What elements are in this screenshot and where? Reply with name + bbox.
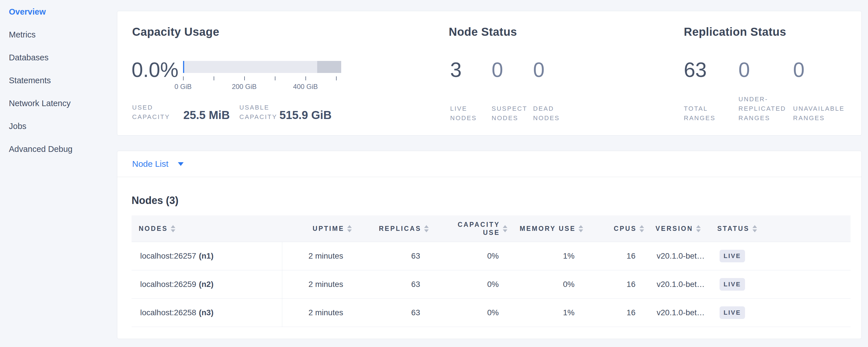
sidebar-item-network-latency[interactable]: Network Latency (0, 92, 109, 115)
node-address: localhost:26259 (140, 280, 196, 289)
label-line: CAPACITY (132, 112, 183, 122)
capacity-gauge: 0 GiB 200 GiB 400 GiB (183, 61, 341, 91)
sidebar-item-metrics[interactable]: Metrics (0, 23, 109, 46)
unavailable-ranges-label: UNAVAILABLE RANGES (793, 104, 848, 123)
uptime-cell: 2 minutes (282, 298, 353, 327)
capacity-gauge-used-segment (183, 61, 184, 73)
capacity-gauge-track (183, 61, 341, 73)
capacity-gauge-other-segment (317, 61, 341, 73)
label-line: NODES (450, 113, 492, 123)
label-line: UNAVAILABLE (793, 104, 848, 113)
column-header-label: UPTIME (313, 225, 344, 232)
replicas-cell: 63 (353, 270, 430, 298)
status-cell: LIVE (710, 242, 850, 270)
live-nodes-label: LIVE NODES (450, 104, 492, 123)
column-header-label: CAPACITY USE (457, 221, 500, 236)
node-list-dropdown[interactable]: Node List (117, 151, 861, 177)
cpus-cell: 16 (584, 298, 645, 327)
dead-nodes-stat: 0 DEAD NODES (533, 59, 575, 123)
axis-tick (336, 76, 337, 81)
node-id: (n2) (199, 280, 213, 289)
status-badge: LIVE (719, 250, 745, 262)
sidebar-item-jobs[interactable]: Jobs (0, 115, 109, 137)
node-address-cell[interactable]: localhost:26259 (n2) (131, 270, 282, 298)
column-header-cpus[interactable]: CPUS (584, 215, 645, 242)
axis-tick (244, 76, 245, 81)
column-header-label: REPLICAS (379, 225, 421, 232)
sidebar-item-databases[interactable]: Databases (0, 46, 109, 69)
memory-use-cell: 1% (508, 298, 584, 327)
sort-icon (347, 225, 352, 232)
sort-icon (424, 225, 429, 232)
under-replicated-ranges-value: 0 (739, 59, 793, 81)
sort-icon (752, 225, 757, 232)
label-line: USABLE (239, 103, 279, 112)
live-nodes-stat: 3 LIVE NODES (450, 59, 492, 123)
capacity-usage-title: Capacity Usage (132, 26, 219, 38)
column-header-nodes[interactable]: NODES (131, 215, 282, 242)
capacity-use-cell: 0% (430, 270, 508, 298)
replication-status-title: Replication Status (684, 26, 786, 38)
column-header-replicas[interactable]: REPLICAS (353, 215, 430, 242)
suspect-nodes-label: SUSPECT NODES (492, 104, 533, 123)
sidebar: Overview Metrics Databases Statements Ne… (0, 0, 109, 160)
status-badge: LIVE (719, 278, 745, 291)
sort-icon (696, 225, 701, 232)
label-line: NODES (533, 113, 575, 123)
replicas-cell: 63 (353, 298, 430, 327)
node-list-card: Node List Nodes (3) NODES UPTIME REPLICA… (117, 151, 862, 339)
column-header-status[interactable]: STATUS (710, 215, 850, 242)
node-address-cell[interactable]: localhost:26257 (n1) (131, 242, 282, 270)
column-header-memory-use[interactable]: MEMORY USE (508, 215, 584, 242)
uptime-cell: 2 minutes (282, 270, 353, 298)
under-replicated-ranges-label: UNDER- REPLICATED RANGES (739, 94, 793, 123)
cpus-cell: 16 (584, 270, 645, 298)
axis-label: 200 GiB (232, 83, 257, 91)
axis-tick (275, 76, 275, 81)
dead-nodes-value: 0 (533, 59, 575, 81)
node-address: localhost:26258 (140, 308, 196, 317)
unavailable-ranges-value: 0 (793, 59, 848, 81)
sort-icon (579, 225, 583, 232)
label-line: TOTAL (684, 104, 739, 113)
suspect-nodes-value: 0 (492, 59, 533, 81)
axis-label: 400 GiB (293, 83, 318, 91)
version-cell: v20.1.0-bet… (645, 298, 710, 327)
sidebar-item-overview[interactable]: Overview (0, 0, 109, 23)
replication-status-stats: 63 TOTAL RANGES 0 UNDER- REPLICATED RANG… (684, 59, 848, 123)
capacity-used-percent: 0.0% (131, 59, 179, 81)
column-header-uptime[interactable]: UPTIME (282, 215, 353, 242)
memory-use-cell: 0% (508, 270, 584, 298)
label-line: SUSPECT (492, 104, 533, 113)
label-line: RANGES (739, 113, 793, 123)
version-cell: v20.1.0-bet… (645, 242, 710, 270)
label-line: DEAD (533, 104, 575, 113)
total-ranges-label: TOTAL RANGES (684, 104, 739, 123)
label-line: LIVE (450, 104, 492, 113)
usable-capacity-value: 515.9 GiB (279, 108, 332, 122)
status-badge: LIVE (719, 306, 745, 319)
suspect-nodes-stat: 0 SUSPECT NODES (492, 59, 533, 123)
sidebar-item-advanced-debug[interactable]: Advanced Debug (0, 137, 109, 160)
column-header-capacity-use[interactable]: CAPACITY USE (430, 215, 508, 242)
column-header-version[interactable]: VERSION (645, 215, 710, 242)
column-header-label: STATUS (717, 225, 750, 232)
node-list-dropdown-label: Node List (132, 159, 168, 169)
label-line: USED (132, 103, 183, 112)
capacity-stats: USED CAPACITY 25.5 MiB USABLE CAPACITY 5… (132, 103, 332, 122)
under-replicated-ranges-stat: 0 UNDER- REPLICATED RANGES (739, 59, 793, 123)
column-header-label: VERSION (655, 225, 693, 232)
node-address-cell[interactable]: localhost:26258 (n3) (131, 298, 282, 327)
memory-use-cell: 1% (508, 242, 584, 270)
capacity-axis-ticks (183, 76, 341, 81)
sidebar-item-statements[interactable]: Statements (0, 69, 109, 92)
used-capacity-label: USED CAPACITY (132, 103, 183, 122)
nodes-table-section: Nodes (3) NODES UPTIME REPLICAS CAPACITY… (117, 194, 861, 327)
cpus-cell: 16 (584, 242, 645, 270)
axis-tick (214, 76, 214, 81)
column-header-label: MEMORY USE (520, 225, 576, 232)
status-cell: LIVE (710, 298, 850, 327)
sort-icon (503, 225, 507, 232)
column-header-label: CPUS (614, 225, 637, 232)
chevron-down-icon (178, 162, 184, 166)
